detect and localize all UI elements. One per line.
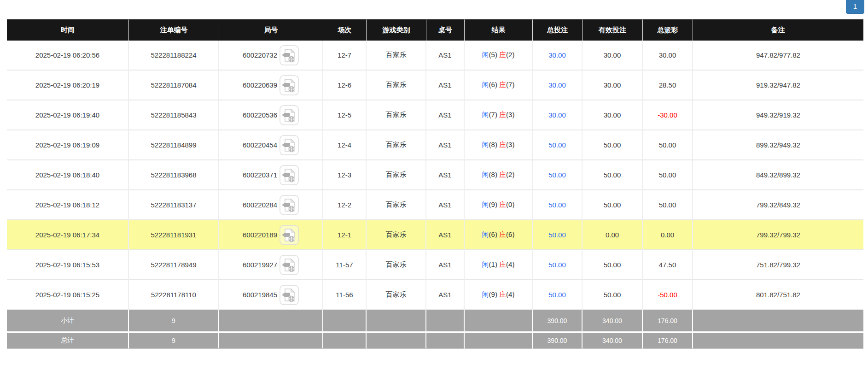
remark-cell: 947.82/977.82: [693, 41, 863, 71]
payout-value: 50.00: [659, 141, 676, 149]
video-playback-icon[interactable]: [280, 105, 299, 125]
bet-no-cell: 522281178949: [129, 250, 219, 280]
remark-cell: 899.32/949.32: [693, 130, 863, 160]
total-bet-link[interactable]: 30.00: [548, 81, 566, 89]
table-header: 时间 注单编号 局号 场次 游戏类别 桌号 结果 总投注 有效投注 总派彩 备注: [7, 19, 863, 41]
round-no-text: 600219845: [243, 291, 277, 299]
payout-value: 47.50: [659, 261, 676, 269]
summary-valid-bet: 340.00: [583, 331, 643, 349]
table-row: 2025-02-19 06:17:34 522281181931 6002201…: [7, 220, 863, 250]
summary-count: 9: [129, 331, 219, 349]
total-bet-cell: 50.00: [533, 280, 583, 310]
table-no-cell: AS1: [426, 220, 465, 250]
valid-bet-cell: 30.00: [583, 41, 643, 71]
result-banker-label: 庄: [499, 51, 506, 59]
round-no-text: 600219927: [243, 261, 277, 269]
game-type-cell: 百家乐: [367, 190, 426, 220]
result-player-points: (9): [489, 200, 497, 208]
total-bet-link[interactable]: 30.00: [548, 111, 566, 119]
result-player-label: 闲: [482, 260, 489, 268]
table-body: 2025-02-19 06:20:56 522281188224 6002207…: [7, 41, 863, 310]
video-playback-icon[interactable]: [280, 135, 299, 155]
total-bet-link[interactable]: 50.00: [548, 261, 566, 269]
round-no-text: 600220639: [243, 81, 277, 89]
total-bet-cell: 50.00: [533, 130, 583, 160]
col-round-no: 局号: [219, 19, 323, 41]
result-banker-points: (3): [506, 111, 514, 118]
payout-value: 28.50: [659, 81, 676, 89]
col-total-bet: 总投注: [533, 19, 583, 41]
total-bet-link[interactable]: 50.00: [548, 171, 566, 179]
round-no-cell: 600220371: [219, 160, 323, 190]
payout-cell: 50.00: [643, 190, 693, 220]
result-player-label: 闲: [482, 141, 489, 148]
session-cell: 12-4: [323, 130, 367, 160]
round-no-cell: 600219927: [219, 250, 323, 280]
round-no-cell: 600220284: [219, 190, 323, 220]
video-playback-icon[interactable]: [280, 285, 299, 305]
col-time: 时间: [7, 19, 129, 41]
summary-label: 总计: [7, 331, 129, 349]
pagination-page-1[interactable]: 1: [846, 0, 864, 14]
session-cell: 12-6: [323, 71, 367, 100]
summary-payout: 176.00: [643, 310, 693, 331]
result-banker-points: (0): [506, 200, 514, 208]
table-footer: 小计 9 390.00 340.00 176.00 总计 9 390.00 34…: [7, 310, 863, 349]
valid-bet-cell: 50.00: [583, 190, 643, 220]
total-bet-link[interactable]: 30.00: [548, 51, 566, 59]
result-player-label: 闲: [482, 200, 489, 208]
result-banker-label: 庄: [499, 111, 506, 118]
result-banker-label: 庄: [499, 260, 506, 268]
video-playback-icon[interactable]: [280, 225, 299, 245]
result-player-points: (6): [489, 230, 497, 238]
time-cell: 2025-02-19 06:15:53: [7, 250, 129, 280]
table-no-cell: AS1: [426, 250, 465, 280]
video-playback-icon[interactable]: [280, 45, 299, 65]
table-no-cell: AS1: [426, 280, 465, 310]
result-player-label: 闲: [482, 290, 489, 298]
payout-cell: 30.00: [643, 41, 693, 71]
time-cell: 2025-02-19 06:17:34: [7, 220, 129, 250]
round-no-text: 600220732: [243, 51, 277, 59]
valid-bet-cell: 50.00: [583, 130, 643, 160]
total-bet-link[interactable]: 50.00: [548, 231, 566, 239]
col-game-type: 游戏类别: [367, 19, 426, 41]
total-bet-cell: 30.00: [533, 100, 583, 130]
time-cell: 2025-02-19 06:15:25: [7, 280, 129, 310]
result-player-label: 闲: [482, 81, 489, 88]
payout-value: 30.00: [659, 51, 676, 59]
payout-cell: 50.00: [643, 130, 693, 160]
table-no-cell: AS1: [426, 71, 465, 100]
table-no-cell: AS1: [426, 190, 465, 220]
total-bet-link[interactable]: 50.00: [548, 141, 566, 149]
result-cell: 闲(6) 庄(6): [465, 220, 533, 250]
bet-no-cell: 522281188224: [129, 41, 219, 71]
remark-cell: 949.32/919.32: [693, 100, 863, 130]
remark-cell: 799.32/849.32: [693, 190, 863, 220]
total-bet-cell: 50.00: [533, 250, 583, 280]
bet-no-cell: 522281183137: [129, 190, 219, 220]
payout-value: 0.00: [661, 231, 674, 239]
result-player-label: 闲: [482, 111, 489, 118]
total-bet-link[interactable]: 50.00: [548, 201, 566, 209]
table-no-cell: AS1: [426, 130, 465, 160]
summary-total-bet: 390.00: [533, 310, 583, 331]
result-cell: 闲(5) 庄(2): [465, 41, 533, 71]
valid-bet-cell: 50.00: [583, 160, 643, 190]
video-playback-icon[interactable]: [280, 165, 299, 185]
result-banker-label: 庄: [499, 290, 506, 298]
round-no-text: 600220536: [243, 111, 277, 119]
video-playback-icon[interactable]: [280, 255, 299, 275]
valid-bet-cell: 50.00: [583, 280, 643, 310]
table-row: 2025-02-19 06:18:40 522281183968 6002203…: [7, 160, 863, 190]
total-bet-link[interactable]: 50.00: [548, 291, 566, 299]
payout-cell: 47.50: [643, 250, 693, 280]
time-cell: 2025-02-19 06:20:56: [7, 41, 129, 71]
total-bet-cell: 30.00: [533, 71, 583, 100]
video-playback-icon[interactable]: [280, 195, 299, 215]
table-row: 2025-02-19 06:19:40 522281185843 6002205…: [7, 100, 863, 130]
result-banker-label: 庄: [499, 171, 506, 178]
table-no-cell: AS1: [426, 41, 465, 71]
round-no-text: 600220189: [243, 231, 277, 239]
video-playback-icon[interactable]: [280, 75, 299, 95]
